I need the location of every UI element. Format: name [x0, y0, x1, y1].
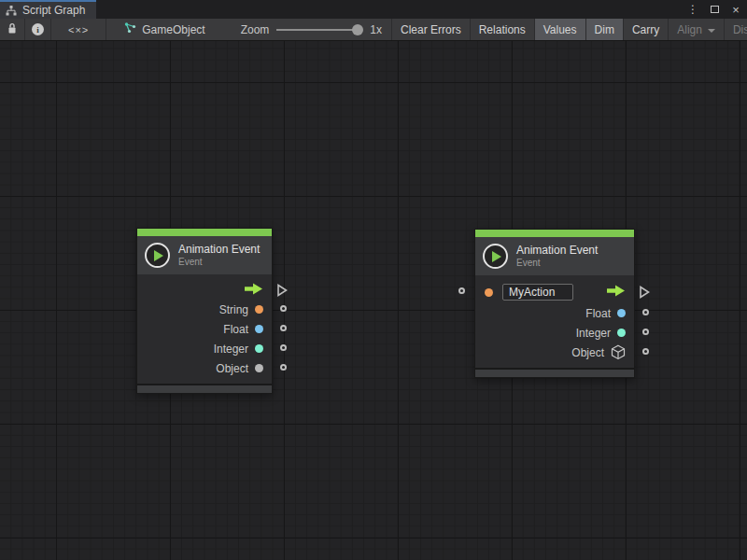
flow-output-port[interactable] [276, 284, 288, 301]
port-row-flow-output [137, 280, 272, 300]
event-play-icon [483, 244, 508, 269]
port-label: Integer [214, 343, 248, 356]
port-label: String [219, 303, 248, 316]
port-row-name-flow [475, 281, 634, 303]
toolbar: i <×> GameObject Zoom 1x Cle [0, 19, 747, 41]
distribute-dropdown[interactable]: Distribute [725, 19, 747, 40]
object-output-port[interactable] [280, 364, 287, 371]
node-animation-event-2[interactable]: Animation Event Event [474, 229, 635, 378]
zoom-label: Zoom [241, 23, 270, 36]
lock-icon [7, 22, 18, 37]
chevron-down-icon [708, 29, 715, 33]
port-label: Float [223, 323, 248, 336]
distribute-label: Distribute [733, 23, 747, 36]
dim-toggle[interactable]: Dim [586, 19, 624, 40]
port-row-object: Object [475, 343, 634, 362]
port-label: Object [571, 346, 604, 359]
graph-target: GameObject [106, 19, 214, 40]
string-type-icon [255, 305, 263, 314]
port-row-object: Object [137, 358, 272, 378]
node-body: Float Integer Object [475, 275, 634, 368]
float-type-icon [255, 325, 263, 333]
integer-output-port[interactable] [280, 344, 287, 351]
zoom-slider-track [276, 29, 362, 31]
node-accent-bar [137, 229, 272, 236]
port-row-string: String [137, 300, 272, 319]
cube-icon [611, 344, 626, 360]
relations-toggle[interactable]: Relations [471, 19, 535, 40]
script-graph-window: Script Graph ⋮ × i <×> [0, 0, 747, 560]
clear-errors-button[interactable]: Clear Errors [392, 19, 471, 40]
port-row-float: Float [475, 303, 634, 323]
node-footer [475, 368, 634, 377]
menu-icon[interactable]: ⋮ [685, 2, 700, 17]
float-output-port[interactable] [280, 325, 287, 331]
node-title: Animation Event [178, 243, 260, 256]
align-label: Align [677, 23, 702, 36]
flow-arrow-icon [606, 284, 626, 301]
code-angle-icon: <×> [68, 24, 89, 35]
node-subtitle: Event [178, 257, 260, 268]
integer-type-icon [255, 344, 263, 353]
event-play-icon [145, 243, 170, 268]
node-accent-bar [475, 230, 634, 237]
maximize-icon[interactable] [707, 2, 722, 17]
string-type-icon [485, 288, 493, 297]
tab-script-graph[interactable]: Script Graph [0, 0, 96, 19]
zoom-slider-handle[interactable] [352, 24, 363, 35]
string-output-port[interactable] [280, 305, 287, 312]
graph-canvas[interactable]: Animation Event Event [0, 41, 747, 560]
float-output-port[interactable] [642, 309, 649, 315]
object-type-icon [255, 364, 263, 372]
node-header[interactable]: Animation Event Event [137, 236, 272, 274]
tab-title: Script Graph [22, 4, 85, 17]
zoom-slider[interactable] [276, 23, 362, 36]
close-icon[interactable]: × [728, 2, 743, 17]
float-type-icon [617, 309, 626, 317]
graph-pointer-icon [124, 22, 136, 36]
tab-bar: Script Graph ⋮ × [0, 0, 747, 19]
node-animation-event-1[interactable]: Animation Event Event [136, 228, 273, 394]
window-controls: ⋮ × [685, 0, 743, 19]
flow-arrow-icon [244, 282, 263, 299]
event-name-input[interactable] [502, 284, 573, 301]
carry-toggle[interactable]: Carry [624, 19, 669, 40]
graph-hierarchy-icon [6, 6, 17, 16]
align-dropdown[interactable]: Align [669, 19, 725, 40]
code-view-button[interactable]: <×> [51, 19, 106, 40]
info-button[interactable]: i [25, 19, 51, 40]
port-label: Float [585, 307, 611, 320]
port-label: Object [216, 362, 248, 375]
node-body: String Float Integer Object [137, 274, 272, 384]
port-label: Integer [576, 327, 611, 340]
port-row-integer: Integer [137, 339, 272, 358]
port-row-float: Float [137, 319, 272, 339]
lock-button[interactable] [0, 19, 25, 40]
values-toggle[interactable]: Values [535, 19, 586, 40]
integer-output-port[interactable] [642, 329, 649, 335]
object-output-port[interactable] [642, 348, 649, 355]
zoom-control: Zoom 1x [215, 19, 392, 40]
node-title: Animation Event [516, 244, 598, 257]
node-header[interactable]: Animation Event Event [475, 237, 634, 275]
node-footer [137, 384, 272, 393]
integer-type-icon [617, 329, 626, 337]
flow-output-port[interactable] [639, 286, 650, 302]
node-subtitle: Event [516, 258, 598, 269]
graph-target-label: GameObject [142, 23, 204, 36]
info-icon: i [32, 23, 44, 35]
zoom-value: 1x [370, 23, 382, 36]
port-row-integer: Integer [475, 323, 634, 343]
name-input-port[interactable] [458, 287, 465, 294]
